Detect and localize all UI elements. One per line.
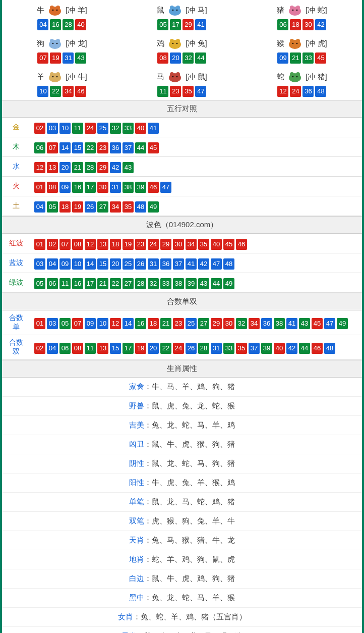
attr-row: 男肖：鼠、牛、虎、龙、马、猴、狗 [2,627,362,633]
dog-icon [45,36,65,50]
number-tile: 30 [223,318,234,329]
number-tile: 24 [290,86,301,97]
number-tile: 13 [97,343,108,354]
svg-point-36 [170,72,174,76]
number-tile: 41 [195,19,206,30]
attr-sep: ： [144,440,152,448]
zodiac-row: 狗 [冲 龙] 07193143 鸡 [冲 兔] 08203244 猴 [冲 虎… [2,33,362,67]
zodiac-cell-monkey: 猴 [冲 虎] 09213345 [242,36,361,64]
number-tile: 24 [148,239,159,250]
svg-point-33 [52,76,54,78]
number-tile: 27 [97,201,108,213]
number-tile: 02 [34,123,45,134]
number-tile: 44 [135,142,146,153]
number-tile: 06 [277,19,288,30]
number-tile: 37 [123,142,134,153]
number-tile: 33 [123,123,134,134]
number-tile: 09 [59,258,71,270]
number-tile: 22 [110,278,121,289]
number-tile: 36 [261,318,272,329]
svg-point-39 [176,76,178,78]
horse-icon [165,70,185,84]
attr-row: 白边：鼠、牛、虎、鸡、狗、猪 [2,569,362,589]
number-tile: 21 [290,52,301,64]
number-tile: 42 [286,343,297,354]
row-numbers: 0108091617303138394647 [30,177,362,196]
svg-point-21 [170,39,174,43]
number-tile: 25 [123,258,134,270]
wuxing-table: 金 02031011242532334041 木 060714152223363… [2,118,362,216]
section-header-shengxiao: 生肖属性 [2,360,362,378]
zodiac-numbers: 07193143 [3,52,122,64]
number-tile: 25 [186,318,197,329]
number-tile: 30 [173,239,184,250]
number-tile: 06 [34,142,45,153]
number-tile: 05 [59,318,71,329]
attr-label: 白边 [129,574,144,583]
svg-point-22 [176,39,180,43]
number-tile: 33 [223,343,234,354]
number-tile: 28 [85,162,96,173]
number-tile: 19 [123,239,134,250]
zodiac-cell-horse: 马 [冲 鼠] 11233547 [123,70,241,97]
table-row: 火 0108091617303138394647 [2,177,362,196]
table-row: 水 1213202128294243 [2,157,362,177]
number-tile: 12 [110,318,121,329]
row-numbers: 06071415222336374445 [30,137,362,157]
svg-point-44 [296,76,298,78]
number-tile: 36 [160,258,171,270]
number-tile: 11 [59,278,71,289]
svg-point-14 [296,10,298,11]
zodiac-clash: [冲 羊] [66,6,87,15]
number-tile: 08 [157,52,168,64]
number-tile: 02 [47,239,58,250]
zodiac-name: 猪 [277,6,284,15]
number-tile: 18 [59,201,71,213]
number-tile: 49 [148,201,159,213]
svg-point-42 [296,72,300,76]
number-tile: 45 [315,52,326,64]
number-tile: 15 [97,258,108,270]
svg-point-6 [170,6,174,10]
number-tile: 29 [97,162,108,173]
number-tile: 21 [97,278,108,289]
attr-sep: ： [144,536,152,544]
table-row: 蓝波 03040910141520252631363741424748 [2,253,362,273]
monkey-icon [285,36,305,50]
number-tile: 36 [302,86,314,97]
number-tile: 25 [97,123,108,134]
number-tile: 44 [299,343,310,354]
number-tile: 10 [37,86,48,97]
attr-row: 地肖：蛇、羊、鸡、狗、鼠、虎 [2,550,362,569]
attr-sep: ： [133,612,141,621]
number-tile: 41 [286,318,297,329]
svg-point-26 [290,39,294,43]
zodiac-name: 羊 [37,72,44,82]
number-tile: 16 [135,318,146,329]
number-tile: 18 [290,19,301,30]
section-header-heshu: 合数单双 [2,293,362,310]
number-tile: 32 [236,318,247,329]
number-tile: 49 [223,278,234,289]
number-tile: 48 [223,258,234,270]
number-tile: 32 [148,278,159,289]
number-tile: 29 [211,318,222,329]
number-tile: 24 [85,123,96,134]
attr-value: 兔、龙、蛇、马、羊、猴 [152,593,235,602]
number-tile: 19 [72,201,83,213]
heshu-table: 合数单 010305070910121416182123252729303234… [2,310,362,360]
zodiac-numbers: 10223446 [3,86,122,97]
attr-row: 单笔：鼠、龙、马、蛇、鸡、猪 [2,493,362,512]
svg-point-41 [290,72,294,76]
number-tile: 26 [186,343,197,354]
number-tile: 31 [63,52,74,64]
number-tile: 20 [148,343,159,354]
number-tile: 05 [157,19,168,30]
number-tile: 03 [47,123,58,134]
attr-value: 鼠、虎、兔、龙、蛇、猴 [152,401,235,410]
svg-point-3 [52,10,54,11]
zodiac-numbers: 05172941 [123,19,241,30]
number-tile: 18 [110,239,121,250]
attr-sep: ： [144,497,152,506]
attr-value: 蛇、羊、鸡、狗、鼠、虎 [152,555,235,563]
